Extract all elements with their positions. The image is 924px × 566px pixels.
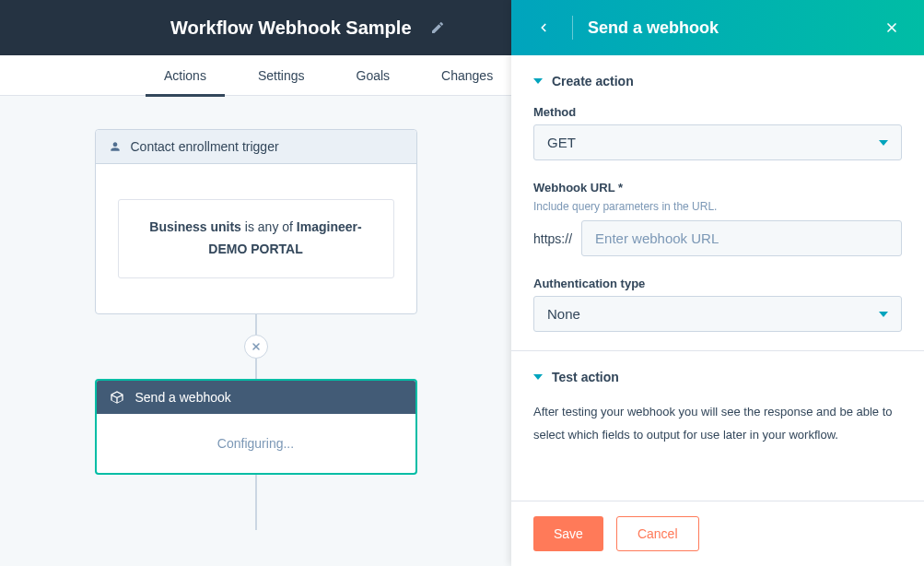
trigger-body: Business units is any of Imagineer-DEMO …: [96, 164, 416, 313]
chevron-down-icon: [533, 374, 543, 380]
method-label: Method: [533, 105, 902, 119]
connector-line: [255, 359, 257, 379]
auth-type-select[interactable]: None: [533, 296, 902, 332]
action-card-header: Send a webhook: [97, 381, 415, 414]
method-select[interactable]: GET: [533, 124, 902, 160]
panel-body: Create action Method GET Webhook URL * I…: [511, 55, 924, 501]
webhook-url-help: Include query parameters in the URL.: [533, 200, 902, 213]
caret-down-icon: [879, 312, 888, 317]
tab-goals[interactable]: Goals: [331, 55, 416, 96]
webhook-url-input[interactable]: [581, 220, 902, 256]
close-button[interactable]: [878, 14, 906, 41]
connector-line: [255, 475, 257, 530]
header-divider: [572, 16, 573, 40]
save-button[interactable]: Save: [533, 516, 603, 551]
delete-action-button[interactable]: [244, 335, 268, 359]
trigger-filter[interactable]: Business units is any of Imagineer-DEMO …: [118, 199, 394, 278]
connector-line: [255, 314, 257, 335]
cube-icon: [110, 390, 124, 405]
url-prefix: https://: [533, 231, 572, 246]
panel-title: Send a webhook: [588, 18, 878, 38]
workflow-title: Workflow Webhook Sample: [170, 18, 412, 39]
panel-footer: Save Cancel: [511, 501, 924, 566]
action-status: Configuring...: [97, 414, 415, 473]
tab-settings[interactable]: Settings: [232, 55, 331, 96]
cancel-button[interactable]: Cancel: [616, 516, 699, 551]
contact-icon: [109, 140, 122, 153]
edit-title-icon[interactable]: [430, 20, 445, 35]
action-title: Send a webhook: [135, 390, 231, 405]
test-action-description: After testing your webhook you will see …: [533, 401, 902, 446]
auth-type-label: Authentication type: [533, 277, 902, 290]
tab-actions[interactable]: Actions: [138, 55, 232, 96]
side-panel: Send a webhook Create action Method GET …: [511, 0, 924, 566]
trigger-card-header: Contact enrollment trigger: [96, 130, 416, 164]
chevron-down-icon: [533, 78, 543, 84]
panel-header: Send a webhook: [511, 0, 924, 55]
test-action-section-toggle[interactable]: Test action: [533, 370, 902, 384]
webhook-url-label: Webhook URL *: [533, 181, 902, 195]
webhook-action-card[interactable]: Send a webhook Configuring...: [95, 379, 417, 475]
workflow-canvas: Contact enrollment trigger Business unit…: [0, 96, 511, 530]
enrollment-trigger-card[interactable]: Contact enrollment trigger Business unit…: [95, 129, 417, 314]
caret-down-icon: [879, 140, 888, 146]
trigger-title: Contact enrollment trigger: [131, 139, 279, 154]
tab-changes[interactable]: Changes: [415, 55, 519, 96]
back-button[interactable]: [530, 14, 557, 41]
section-divider: [511, 350, 924, 351]
create-action-section-toggle[interactable]: Create action: [533, 74, 902, 88]
